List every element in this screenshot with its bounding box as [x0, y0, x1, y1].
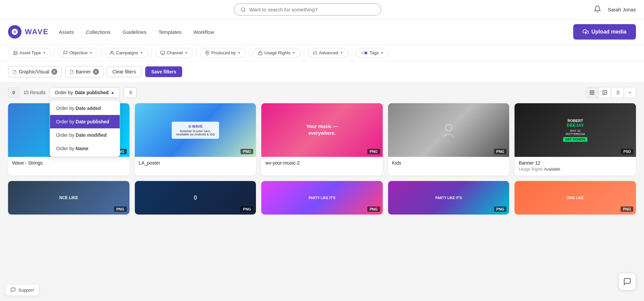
media-badge-party1: PNG	[367, 206, 380, 212]
results-label: 15 Results	[23, 90, 46, 95]
sort-option-name-label: Order by Name	[56, 146, 89, 151]
media-info-la-poster: LA_poster	[135, 157, 256, 170]
media-info-wv-music: wv-your-music-2	[261, 157, 383, 170]
filter-tags[interactable]: Tags ▼	[356, 48, 389, 58]
media-card-year[interactable]: 0 PNG	[135, 181, 256, 215]
media-thumb-party1: PARTY LIKE IT'S PNG	[261, 181, 383, 215]
svg-rect-29	[590, 91, 592, 92]
media-thumb-kids: PNG	[388, 103, 509, 157]
filter-tag-banner-label: Banner	[76, 69, 91, 74]
nav-collections[interactable]: Collections	[86, 29, 110, 35]
media-card-banner-12[interactable]: ROBERT DEEJAY MAY 12ROTTERDAM GET TICKET…	[515, 103, 636, 176]
filter-advanced-label: Advanced	[319, 50, 338, 55]
media-card-sing[interactable]: SING LIKE PNG	[515, 181, 636, 215]
flag-icon	[63, 51, 68, 55]
results-count: 0	[8, 87, 19, 98]
sort-dropdown-button[interactable]: Order by Date published ▲	[50, 87, 120, 98]
nav-assets[interactable]: Assets	[59, 29, 74, 35]
media-thumb-wv-music: Your music —everywhere. PNG	[261, 103, 383, 157]
media-title-wv-music: wv-your-music-2	[265, 160, 379, 166]
bell-icon[interactable]	[594, 5, 601, 14]
filter-divider	[54, 49, 55, 57]
nav-bar: WAVE Assets Collections Guidelines Templ…	[0, 19, 644, 45]
monitor-icon	[160, 51, 165, 55]
media-title-la-poster: LA_poster	[139, 160, 252, 166]
media-badge-wv-music: PNG	[367, 149, 380, 154]
search-input[interactable]	[249, 7, 375, 12]
sort-wrapper: Order by Date published ▲ Order by Date …	[50, 87, 120, 98]
filter-divider6	[304, 49, 304, 57]
chevron-down-icon8: ▼	[380, 51, 384, 55]
logo[interactable]: WAVE	[8, 25, 49, 39]
view-expand-button[interactable]	[624, 87, 636, 98]
sort-arrow-icon: ▲	[111, 90, 115, 95]
search-box[interactable]	[234, 3, 381, 16]
view-image-button[interactable]	[598, 87, 611, 98]
media-title-kids: Kids	[392, 160, 505, 166]
sort-option-date-added[interactable]: Order by Date added	[50, 102, 120, 115]
filter-advanced[interactable]: Advanced ▼	[308, 48, 348, 58]
view-list-button[interactable]	[611, 87, 624, 98]
nav-guidelines[interactable]: Guidelines	[123, 29, 147, 35]
save-filters-button[interactable]: Save filters	[145, 66, 182, 77]
media-badge-la-poster: PNG	[240, 149, 253, 154]
filter-produced-by[interactable]: Produced by ▼	[200, 48, 246, 58]
media-badge-year: PNG	[240, 206, 253, 212]
toggle-icon	[361, 51, 368, 55]
filter-campaigns[interactable]: Campaigns ▼	[105, 48, 148, 58]
user-name: Sarah Jonas	[608, 7, 636, 12]
lock-icon	[258, 51, 263, 55]
results-left: 0 15 Results Order by Date published ▲ O…	[8, 87, 137, 98]
nav-templates[interactable]: Templates	[158, 29, 181, 35]
svg-point-22	[365, 52, 367, 54]
svg-point-41	[445, 124, 452, 131]
sort-option-date-added-label: Order by Date added	[56, 106, 101, 111]
media-badge-sing: PNG	[621, 206, 633, 212]
filter-tags-label: Tags	[370, 50, 379, 55]
media-meta-banner-12: Usage Rights Available	[519, 167, 632, 172]
filter-usage-rights[interactable]: Usage Rights ▼	[253, 48, 301, 58]
filter-tag-banner: Banner ✕	[65, 66, 103, 77]
clear-filters-button[interactable]: Clear filters	[107, 66, 142, 77]
sort-option-date-modified[interactable]: Order by Date modified	[50, 128, 120, 142]
media-info-wave-strings: Wave - Strings	[8, 157, 129, 170]
logo-text: WAVE	[25, 27, 49, 36]
media-card-la-poster[interactable]: ⊙ WAVE Summer in your ears.Available on …	[135, 103, 256, 176]
remove-graphic-filter-button[interactable]: ✕	[51, 69, 57, 75]
filter-asset-type-label: Asset Type	[19, 50, 41, 55]
cloud-upload-icon	[583, 29, 589, 35]
svg-point-34	[604, 92, 604, 92]
svg-rect-30	[592, 91, 594, 92]
media-badge-dance: PNG	[114, 206, 127, 212]
media-card-party1[interactable]: PARTY LIKE IT'S PNG	[261, 181, 383, 215]
media-info-banner-12: Banner 12 Usage Rights Available	[515, 157, 636, 176]
media-thumb-party2: PARTY LIKE IT'S PNG	[388, 181, 509, 215]
sort-option-date-published[interactable]: Order by Date published	[50, 115, 120, 128]
svg-point-10	[207, 52, 208, 53]
sort-order-toggle-button[interactable]	[124, 87, 137, 98]
filter-channel[interactable]: Channel ▼	[155, 48, 193, 58]
nav-workflow[interactable]: Workflow	[194, 29, 214, 35]
sort-value-label: Date published	[75, 90, 108, 95]
media-thumb-banner-12: ROBERT DEEJAY MAY 12ROTTERDAM GET TICKET…	[515, 103, 636, 157]
sort-option-name[interactable]: Order by Name	[50, 142, 120, 155]
media-card-wv-music[interactable]: Your music —everywhere. PNG wv-your-musi…	[261, 103, 383, 176]
doc-icon2	[69, 70, 74, 74]
upload-media-button[interactable]: Upload media	[573, 24, 636, 40]
view-grid-button[interactable]	[586, 87, 598, 98]
media-card-dance[interactable]: NCE LIKE PNG	[8, 181, 129, 215]
media-card-party2[interactable]: PARTY LIKE IT'S PNG	[388, 181, 509, 215]
active-filters: Graphic/Visual ✕ Banner ✕ Clear filters …	[0, 61, 644, 82]
media-card-kids[interactable]: PNG Kids	[388, 103, 509, 176]
filter-objective[interactable]: Objective ▼	[58, 48, 98, 58]
filter-asset-type[interactable]: Asset Type ▼	[8, 48, 51, 58]
top-bar: Sarah Jonas	[0, 0, 644, 19]
remove-banner-filter-button[interactable]: ✕	[93, 69, 99, 75]
top-right: Sarah Jonas	[594, 5, 636, 14]
filter-channel-label: Channel	[167, 50, 183, 55]
filter-divider7	[352, 49, 352, 57]
filter-divider2	[101, 49, 101, 57]
expand-icon	[628, 90, 632, 95]
results-bar: 0 15 Results Order by Date published ▲ O…	[0, 82, 644, 101]
nav-left: WAVE Assets Collections Guidelines Templ…	[8, 25, 214, 39]
